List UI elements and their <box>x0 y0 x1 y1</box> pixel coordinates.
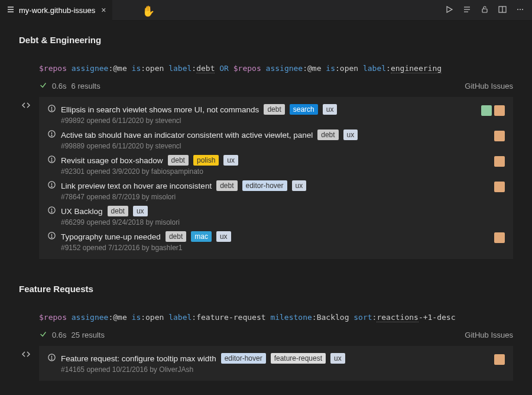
issue-title: Ellipsis in search viewlet shows more UI… <box>61 105 259 114</box>
tab-title: my-work.github-issues <box>19 6 95 15</box>
svg-marker-3 <box>447 7 452 12</box>
issue-row[interactable]: Revisit usage of box-shadowdebtpolishux#… <box>39 151 513 177</box>
avatar <box>494 354 505 365</box>
run-icon[interactable] <box>445 5 454 16</box>
section-heading: Feature Requests <box>19 284 513 294</box>
split-editor-icon[interactable] <box>498 5 507 16</box>
issue-label[interactable]: debt <box>168 155 189 166</box>
issue-subtitle: #99892 opened 6/11/2020 by stevencl <box>61 116 505 125</box>
assignee-avatars <box>494 182 505 192</box>
issue-label[interactable]: debt <box>264 104 284 115</box>
avatar <box>494 156 505 167</box>
assignee-avatars <box>481 105 505 116</box>
result-meta: 0.6s25 resultsGitHub Issues <box>39 330 513 340</box>
assignee-avatars <box>494 354 505 365</box>
avatar <box>494 105 505 116</box>
issue-row[interactable]: Typography tune-up neededdebtmacux#9152 … <box>39 228 513 253</box>
section-heading: Debt & Engineering <box>19 35 513 45</box>
unlock-icon[interactable] <box>480 5 489 16</box>
notebook-content: Debt & Engineering$repos assignee:@me is… <box>0 21 532 395</box>
issue-title: UX Backlog <box>61 207 103 216</box>
editor-tab[interactable]: my-work.github-issues × <box>0 0 112 21</box>
issue-label[interactable]: debt <box>317 129 338 140</box>
result-count: 25 results <box>72 331 105 339</box>
issue-label[interactable]: ux <box>330 353 345 364</box>
issue-label[interactable]: ux <box>323 104 338 115</box>
issue-label[interactable]: debt <box>166 231 186 242</box>
code-toggle-icon[interactable] <box>21 349 31 361</box>
avatar <box>494 182 505 192</box>
svg-point-33 <box>51 359 52 360</box>
close-icon[interactable]: × <box>101 5 106 15</box>
list-view-icon[interactable] <box>462 5 472 16</box>
issue-open-icon <box>47 353 56 364</box>
issue-open-icon <box>47 206 56 216</box>
issue-label[interactable]: editor-hover <box>221 353 266 364</box>
check-icon <box>39 330 47 340</box>
assignee-avatars <box>494 156 505 167</box>
list-icon <box>6 5 15 16</box>
query-time: 0.6s <box>52 331 67 339</box>
issue-subtitle: #78647 opened 8/7/2019 by misolori <box>61 193 505 201</box>
assignee-avatars <box>494 131 505 141</box>
more-icon[interactable] <box>515 5 525 16</box>
issue-open-icon <box>47 231 56 242</box>
avatar <box>481 105 492 116</box>
svg-point-18 <box>51 135 52 136</box>
issue-open-icon <box>47 104 56 115</box>
svg-point-15 <box>51 110 52 111</box>
editor-actions <box>445 5 532 16</box>
issue-subtitle: #92301 opened 3/9/2020 by fabiospampinat… <box>61 167 505 176</box>
svg-point-12 <box>522 9 523 10</box>
issue-subtitle: #99889 opened 6/11/2020 by stevencl <box>61 142 505 150</box>
tab-bar: my-work.github-issues × <box>0 0 532 21</box>
code-toggle-icon[interactable] <box>21 101 31 112</box>
issue-title: Link preview text on hover are inconsist… <box>61 182 212 190</box>
issue-row[interactable]: Active tab should have an indicator cons… <box>39 126 513 151</box>
issue-row[interactable]: Feature request: configure tooltip max w… <box>39 349 513 375</box>
svg-point-27 <box>51 212 52 212</box>
issue-open-icon <box>47 155 56 166</box>
tab-group-left: my-work.github-issues × <box>0 0 112 21</box>
result-count: 6 results <box>72 82 100 90</box>
issue-label[interactable]: ux <box>292 180 307 191</box>
issue-label[interactable]: ux <box>223 155 238 166</box>
issue-label[interactable]: ux <box>343 129 358 140</box>
issue-title: Feature request: configure tooltip max w… <box>61 354 216 363</box>
issue-label[interactable]: search <box>290 104 318 115</box>
issue-list: Ellipsis in search viewlet shows more UI… <box>39 97 513 259</box>
svg-point-30 <box>51 237 52 238</box>
issue-row[interactable]: UX Backlogdebtux#66299 opened 9/24/2018 … <box>39 202 513 228</box>
issue-label[interactable]: debt <box>216 180 237 191</box>
issue-label[interactable]: feature-request <box>271 353 326 364</box>
issue-open-icon <box>47 180 56 191</box>
svg-point-10 <box>517 9 518 10</box>
query-line[interactable]: $repos assignee:@me is:open label:debt O… <box>39 64 513 73</box>
result-meta: 0.6s6 resultsGitHub Issues <box>39 81 513 91</box>
svg-point-11 <box>520 9 521 10</box>
svg-rect-7 <box>482 9 487 12</box>
svg-point-21 <box>51 161 52 161</box>
issue-subtitle: #9152 opened 7/12/2016 by bgashler1 <box>61 244 505 252</box>
issue-label[interactable]: mac <box>191 231 212 242</box>
issue-subtitle: #14165 opened 10/21/2016 by OliverJAsh <box>61 365 505 374</box>
query-line[interactable]: $repos assignee:@me is:open label:featur… <box>39 313 513 322</box>
issue-row[interactable]: Ellipsis in search viewlet shows more UI… <box>39 101 513 126</box>
svg-point-24 <box>51 186 52 187</box>
issue-title: Revisit usage of box-shadow <box>61 156 163 165</box>
issue-label[interactable]: ux <box>216 231 231 242</box>
provider-label: GitHub Issues <box>465 82 513 90</box>
issue-title: Active tab should have an indicator cons… <box>61 131 313 140</box>
provider-label: GitHub Issues <box>465 331 513 339</box>
avatar <box>494 232 505 243</box>
issue-label[interactable]: polish <box>193 155 219 166</box>
issue-title: Typography tune-up needed <box>61 232 161 241</box>
issue-label[interactable]: ux <box>133 206 148 216</box>
avatar <box>494 131 505 141</box>
check-icon <box>39 81 47 91</box>
issue-label[interactable]: debt <box>108 206 128 216</box>
issue-label[interactable]: editor-hover <box>242 180 287 191</box>
issue-open-icon <box>47 129 56 140</box>
issue-list: Feature request: configure tooltip max w… <box>39 346 513 381</box>
issue-row[interactable]: Link preview text on hover are inconsist… <box>39 177 513 202</box>
